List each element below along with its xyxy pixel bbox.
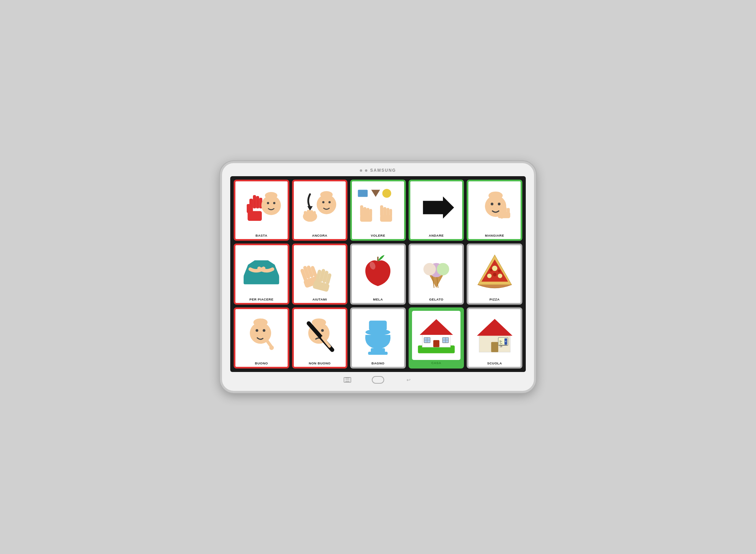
svg-rect-82 [369, 321, 387, 330]
card-casa[interactable]: CASA [409, 307, 464, 369]
camera-dot-1 [360, 169, 362, 172]
svg-rect-5 [248, 211, 262, 221]
svg-point-72 [263, 329, 266, 332]
svg-rect-1 [253, 195, 256, 208]
buono-icon [239, 313, 284, 358]
pizza-icon [472, 249, 517, 294]
card-aiutami[interactable]: AIUTAMI [292, 244, 348, 305]
svg-rect-98 [491, 342, 498, 352]
svg-point-75 [269, 346, 274, 350]
tablet-bottom-bar [344, 375, 412, 385]
svg-point-71 [256, 329, 258, 332]
svg-point-22 [382, 189, 391, 198]
svg-point-67 [493, 273, 496, 276]
card-non-buono[interactable]: NON BUONO [292, 307, 348, 369]
svg-rect-28 [380, 205, 383, 216]
back-button[interactable] [405, 377, 412, 383]
card-ancora[interactable]: ANCORA [292, 180, 348, 241]
aiutami-label: AIUTAMI [312, 296, 327, 302]
svg-rect-20 [358, 190, 368, 197]
card-bagno[interactable]: BAGNO [350, 307, 406, 369]
svg-rect-32 [380, 215, 392, 222]
menu-button[interactable] [344, 377, 351, 383]
card-andare[interactable]: ANDARE [409, 180, 464, 241]
svg-point-60 [437, 263, 449, 275]
svg-point-73 [254, 318, 268, 326]
casa-icon [414, 313, 458, 358]
svg-marker-21 [371, 190, 380, 197]
svg-point-83 [366, 329, 390, 335]
mela-icon [356, 249, 400, 294]
non-buono-label: NON BUONO [309, 360, 331, 365]
basta-icon [239, 185, 284, 230]
svg-text:10: 10 [499, 345, 502, 348]
svg-point-11 [322, 201, 324, 203]
card-mela[interactable]: MELA [350, 244, 406, 305]
basta-label: BASTA [256, 233, 268, 238]
svg-rect-18 [310, 210, 313, 218]
card-basta[interactable]: BASTA [234, 180, 289, 241]
svg-rect-23 [360, 205, 363, 216]
andare-icon [414, 185, 458, 230]
svg-rect-27 [360, 215, 372, 222]
card-mangiare[interactable]: MANGIARE [467, 180, 522, 241]
svg-point-37 [488, 192, 502, 200]
volere-icon [356, 185, 400, 230]
buono-label: BUONO [255, 360, 268, 365]
scuola-icon: 8+ 2= 10 M [472, 313, 517, 358]
svg-point-79 [312, 318, 326, 326]
mangiare-icon [472, 185, 517, 230]
card-volere[interactable]: VOLERE [350, 180, 406, 241]
svg-rect-16 [304, 211, 307, 218]
scuola-label: SCUOLA [487, 360, 502, 365]
svg-point-64 [492, 266, 497, 271]
per-piacere-label: PER PIACERE [249, 296, 274, 302]
bagno-icon [356, 313, 400, 358]
svg-point-59 [423, 263, 436, 275]
tablet-top-bar: SAMSUNG [360, 167, 396, 174]
svg-rect-42 [244, 275, 279, 284]
svg-point-8 [273, 202, 275, 204]
aiutami-icon [298, 249, 342, 294]
svg-rect-85 [368, 352, 388, 355]
svg-marker-97 [477, 319, 512, 336]
bagno-label: BAGNO [371, 360, 385, 365]
svg-point-9 [265, 192, 277, 199]
mangiare-label: MANGIARE [485, 233, 504, 238]
svg-text:2=: 2= [499, 342, 502, 345]
svg-marker-88 [420, 319, 453, 335]
svg-rect-89 [433, 340, 440, 347]
svg-point-35 [491, 203, 493, 205]
gelato-icon [414, 249, 458, 294]
per-piacere-icon [239, 249, 284, 294]
gelato-label: GELATO [429, 296, 444, 302]
home-button[interactable] [372, 376, 384, 384]
card-pizza[interactable]: PIZZA [467, 244, 522, 305]
svg-point-7 [267, 202, 269, 204]
tablet: SAMSUNG [220, 161, 536, 393]
svg-point-69 [498, 270, 500, 272]
svg-marker-33 [423, 196, 454, 219]
card-gelato[interactable]: GELATO [409, 244, 464, 305]
pizza-label: PIZZA [489, 296, 500, 302]
svg-text:M: M [505, 340, 506, 342]
svg-point-65 [487, 274, 491, 278]
mela-label: MELA [373, 296, 383, 302]
andare-label: ANDARE [429, 233, 444, 238]
svg-point-13 [320, 191, 333, 199]
svg-rect-17 [307, 210, 310, 218]
svg-point-66 [498, 274, 502, 278]
card-buono[interactable]: BUONO [234, 307, 289, 369]
svg-point-68 [490, 269, 492, 272]
svg-point-78 [321, 329, 324, 332]
svg-rect-41 [498, 212, 510, 218]
ancora-icon [298, 185, 342, 230]
non-buono-icon [298, 313, 342, 358]
svg-point-12 [329, 201, 331, 203]
ancora-label: ANCORA [312, 233, 327, 238]
camera-dot-2 [365, 169, 367, 172]
screen: BASTA [230, 176, 526, 372]
svg-point-36 [498, 203, 500, 205]
card-scuola[interactable]: 8+ 2= 10 M SCUOLA [467, 307, 522, 369]
card-per-piacere[interactable]: PER PIACERE [234, 244, 289, 305]
